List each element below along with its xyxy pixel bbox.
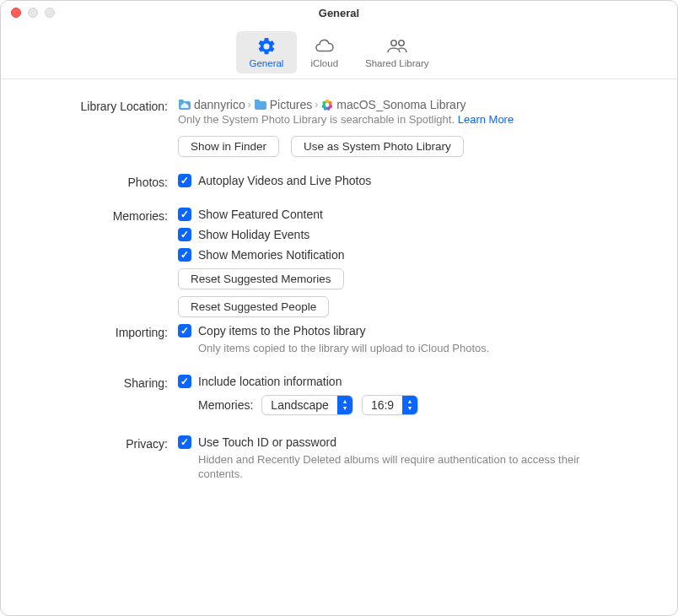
show-holiday-checkbox[interactable] bbox=[178, 228, 191, 241]
tab-shared-library[interactable]: Shared Library bbox=[352, 31, 442, 73]
select-arrows-icon bbox=[402, 396, 417, 414]
touchid-label: Use Touch ID or password bbox=[198, 435, 336, 449]
copy-items-label: Copy items to the Photos library bbox=[198, 324, 365, 338]
privacy-label: Privacy: bbox=[35, 435, 178, 451]
include-location-checkbox[interactable] bbox=[178, 375, 191, 388]
copy-items-checkbox[interactable] bbox=[178, 324, 191, 338]
tab-shared-library-label: Shared Library bbox=[365, 58, 428, 68]
photos-library-icon bbox=[320, 98, 334, 111]
include-location-label: Include location information bbox=[198, 375, 342, 388]
window-title: General bbox=[1, 7, 677, 19]
svg-point-5 bbox=[329, 101, 332, 105]
gear-icon bbox=[255, 36, 278, 57]
tab-general-label: General bbox=[250, 58, 284, 68]
show-notification-checkbox[interactable] bbox=[178, 248, 191, 262]
toolbar: General iCloud Shared Library bbox=[1, 24, 677, 79]
autoplay-checkbox[interactable] bbox=[178, 174, 191, 187]
breadcrumb-segment-3: macOS_Sonoma Library bbox=[336, 98, 465, 111]
show-notification-label: Show Memories Notification bbox=[198, 248, 345, 262]
memories-label: Memories: bbox=[35, 208, 178, 223]
orientation-value: Landscape bbox=[262, 396, 337, 414]
show-featured-checkbox[interactable] bbox=[178, 208, 191, 221]
aspect-value: 16:9 bbox=[363, 396, 402, 414]
reset-suggested-memories-button[interactable]: Reset Suggested Memories bbox=[178, 268, 344, 289]
memories-orientation-label: Memories: bbox=[198, 398, 253, 412]
show-featured-label: Show Featured Content bbox=[198, 208, 323, 221]
use-as-system-library-button[interactable]: Use as System Photo Library bbox=[291, 136, 464, 157]
chevron-icon: › bbox=[248, 99, 251, 111]
preferences-window: General General iCloud Shared Library Li… bbox=[0, 0, 678, 616]
titlebar: General bbox=[1, 1, 677, 24]
section-memories: Memories: Show Featured Content Show Hol… bbox=[35, 208, 643, 322]
section-privacy: Privacy: Use Touch ID or password Hidden… bbox=[35, 435, 643, 487]
library-path-breadcrumb[interactable]: dannyrico › Pictures › macOS_Sonoma Libr… bbox=[178, 98, 643, 111]
autoplay-label: Autoplay Videos and Live Photos bbox=[198, 174, 371, 187]
content-area: Library Location: dannyrico › Pictures › bbox=[1, 79, 677, 615]
svg-point-10 bbox=[323, 101, 326, 105]
privacy-hint: Hidden and Recently Deleted albums will … bbox=[198, 452, 603, 482]
svg-point-9 bbox=[322, 105, 326, 108]
learn-more-link[interactable]: Learn More bbox=[458, 113, 514, 126]
section-sharing: Sharing: Include location information Me… bbox=[35, 375, 643, 422]
show-in-finder-button[interactable]: Show in Finder bbox=[178, 136, 279, 157]
folder-icon bbox=[254, 98, 267, 111]
section-photos: Photos: Autoplay Videos and Live Photos bbox=[35, 174, 643, 194]
importing-label: Importing: bbox=[35, 324, 178, 339]
chevron-icon: › bbox=[315, 99, 318, 111]
importing-hint: Only items copied to the library will up… bbox=[198, 341, 603, 356]
reset-suggested-people-button[interactable]: Reset Suggested People bbox=[178, 296, 329, 317]
photos-label: Photos: bbox=[35, 174, 178, 189]
svg-point-1 bbox=[399, 41, 404, 46]
section-library-location: Library Location: dannyrico › Pictures › bbox=[35, 98, 643, 172]
touchid-checkbox[interactable] bbox=[178, 435, 191, 449]
svg-rect-3 bbox=[255, 101, 266, 110]
library-location-label: Library Location: bbox=[35, 98, 178, 113]
svg-point-0 bbox=[391, 41, 396, 46]
home-folder-icon bbox=[178, 98, 191, 111]
show-holiday-label: Show Holiday Events bbox=[198, 228, 309, 241]
tab-general[interactable]: General bbox=[236, 31, 298, 73]
cloud-icon bbox=[313, 36, 336, 57]
orientation-select[interactable]: Landscape bbox=[261, 395, 353, 415]
people-icon bbox=[385, 36, 409, 57]
tab-icloud-label: iCloud bbox=[310, 58, 338, 68]
library-hint: Only the System Photo Library is searcha… bbox=[178, 113, 643, 126]
breadcrumb-segment-2: Pictures bbox=[270, 98, 313, 111]
sharing-label: Sharing: bbox=[35, 375, 178, 390]
select-arrows-icon bbox=[337, 396, 352, 414]
breadcrumb-segment-1: dannyrico bbox=[194, 98, 245, 111]
section-importing: Importing: Copy items to the Photos libr… bbox=[35, 324, 643, 361]
aspect-ratio-select[interactable]: 16:9 bbox=[362, 395, 418, 415]
tab-icloud[interactable]: iCloud bbox=[297, 31, 352, 73]
